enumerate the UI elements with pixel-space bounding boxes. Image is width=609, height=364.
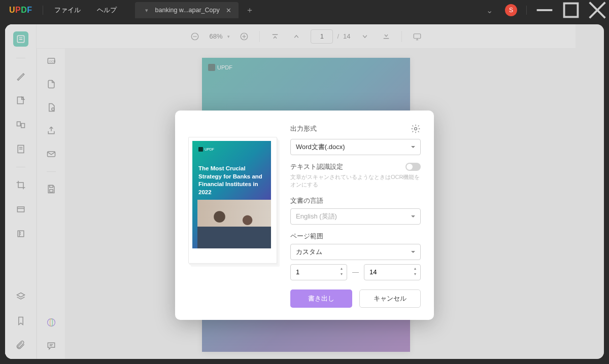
ocr-label: テキスト認識設定	[290, 162, 343, 171]
page-range-from[interactable]: ▴▾	[290, 264, 347, 280]
range-dash: —	[352, 268, 359, 276]
page-range-to[interactable]: ▴▾	[364, 264, 421, 280]
stepper-up-icon[interactable]: ▴	[339, 266, 345, 271]
ocr-toggle[interactable]	[405, 163, 421, 171]
new-tab-button[interactable]: ＋	[239, 5, 261, 16]
menu-help[interactable]: ヘルプ	[89, 6, 125, 15]
window-maximize-button[interactable]	[559, 0, 583, 20]
language-label: 文書の言語	[290, 196, 421, 205]
app-logo: UPDF	[9, 6, 32, 15]
ocr-hint: 文章がスキャンされているようなときはOCR機能をオンにする	[290, 173, 421, 189]
language-select[interactable]: English (英語)	[290, 208, 421, 225]
page-range-select[interactable]: カスタム	[290, 244, 421, 260]
svg-rect-1	[564, 4, 578, 17]
divider	[43, 6, 43, 15]
export-form: 出力形式 Word文書(.docx) テキスト認識設定 文章がスキャンされている…	[290, 124, 421, 308]
output-format-select[interactable]: Word文書(.docx)	[290, 139, 421, 155]
export-dialog: UPDF The Most Crucial Strategy for Banks…	[175, 111, 434, 320]
stepper-down-icon[interactable]: ▾	[412, 272, 418, 277]
export-preview: UPDF The Most Crucial Strategy for Banks…	[188, 137, 277, 264]
window-close-button[interactable]	[586, 0, 609, 20]
titlebar: UPDF ファイル ヘルプ ▾ banking w...apar_Copy ✕ …	[0, 0, 609, 20]
document-tab[interactable]: ▾ banking w...apar_Copy ✕	[135, 2, 239, 18]
stepper-up-icon[interactable]: ▴	[412, 266, 418, 271]
divider	[526, 6, 527, 15]
svg-point-36	[415, 128, 417, 130]
export-button[interactable]: 書き出し	[290, 289, 352, 308]
tab-close-icon[interactable]: ✕	[224, 7, 233, 14]
settings-gear-icon[interactable]	[411, 124, 421, 134]
output-format-label: 出力形式	[290, 124, 317, 133]
page-range-label: ページ範囲	[290, 232, 421, 241]
cancel-button[interactable]: キャンセル	[359, 289, 421, 308]
stepper-down-icon[interactable]: ▾	[339, 272, 345, 277]
preview-title: The Most Crucial Strategy for Banks and …	[198, 165, 265, 196]
tab-title: banking w...apar_Copy	[155, 7, 220, 14]
menu-file[interactable]: ファイル	[46, 6, 89, 15]
tabs-overflow-icon[interactable]: ⌄	[480, 6, 499, 15]
main-area: 68%▾ / 14 UPDF OCR	[0, 20, 609, 364]
workspace: 68%▾ / 14 UPDF OCR	[5, 24, 604, 359]
user-avatar[interactable]: S	[505, 4, 517, 16]
window-minimize-button[interactable]	[533, 0, 556, 20]
tab-dropdown-icon[interactable]: ▾	[142, 7, 151, 14]
